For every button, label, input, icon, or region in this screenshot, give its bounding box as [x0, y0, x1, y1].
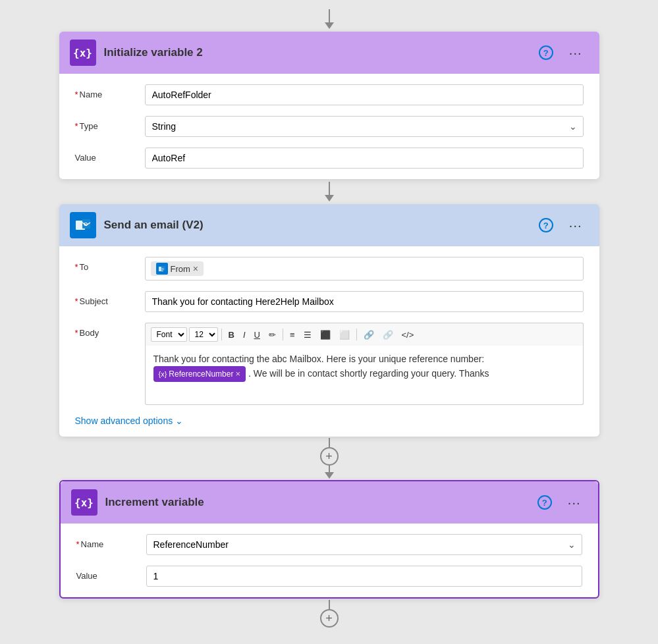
- to-control[interactable]: O From ×: [145, 257, 584, 281]
- init-var-value-row: Value: [75, 148, 584, 169]
- underline-button[interactable]: U: [251, 329, 263, 341]
- link-button[interactable]: 🔗: [360, 329, 377, 341]
- send-email-icon: O: [70, 212, 96, 238]
- arrow-head-2: [325, 195, 334, 201]
- init-var-more-icon: ···: [565, 44, 586, 62]
- font-size-select[interactable]: 12 8 10 14 16 18 24 36: [189, 327, 218, 342]
- plus-connector: +: [320, 438, 339, 479]
- italic-button[interactable]: I: [240, 329, 249, 341]
- rich-body[interactable]: Thank you for contacting the abc Mailbox…: [145, 346, 584, 405]
- plus-line-bottom: [329, 466, 330, 472]
- increment-var-body: *Name ReferenceNumber ⌄ Value: [61, 523, 598, 597]
- add-step-button[interactable]: +: [320, 447, 339, 466]
- numbered-list-button[interactable]: ☰: [300, 329, 315, 341]
- send-email-question-icon: ?: [539, 218, 553, 232]
- unlink-button[interactable]: 🔗: [379, 329, 397, 341]
- send-email-help-button[interactable]: ?: [536, 215, 556, 235]
- increment-name-select[interactable]: ReferenceNumber: [146, 534, 582, 555]
- init-var-value-label: Value: [75, 148, 134, 163]
- increment-value-input[interactable]: [146, 566, 582, 587]
- init-var-type-select[interactable]: String Boolean Integer Float Array Objec…: [145, 116, 584, 137]
- arrow-line: [329, 9, 330, 22]
- body-label: *Body: [75, 323, 134, 338]
- plus-line-top: [329, 438, 330, 447]
- toolbar-sep-1: [221, 329, 222, 340]
- to-label: *To: [75, 257, 134, 272]
- bottom-plus-line-top: [329, 600, 330, 609]
- toolbar-sep-2: [283, 329, 283, 340]
- subject-control: [145, 291, 584, 312]
- advanced-options-label: Show advanced options: [75, 416, 173, 426]
- canvas: {x} Initialize variable 2 ? ··· *Name: [0, 0, 658, 644]
- send-email-more-icon: ···: [565, 217, 586, 234]
- init-var-more-button[interactable]: ···: [562, 41, 589, 65]
- token-close-button[interactable]: ×: [235, 367, 240, 381]
- init-var-actions: ? ···: [536, 41, 589, 65]
- increment-name-control: ReferenceNumber ⌄: [146, 534, 582, 555]
- init-var-type-row: *Type String Boolean Integer Float Array…: [75, 116, 584, 137]
- init-var-name-control: [145, 84, 584, 105]
- init-var-name-input[interactable]: [145, 84, 584, 105]
- increment-var-actions: ? ···: [535, 491, 588, 514]
- increment-value-label: Value: [76, 566, 136, 581]
- align-left-button[interactable]: ⬛: [317, 329, 334, 341]
- increment-var-value-row: Value: [76, 566, 582, 587]
- init-var-value-control: [145, 148, 584, 169]
- bottom-plus-connector: +: [320, 600, 339, 628]
- body-text-before: Thank you for contacting the abc Mailbox…: [153, 354, 485, 364]
- body-text-after: . We will be in contact shortly regardin…: [248, 368, 489, 379]
- name-required-star: *: [75, 90, 78, 99]
- increment-var-help-button[interactable]: ?: [535, 493, 555, 512]
- arrow-head-3: [325, 472, 334, 479]
- increment-var-icon: {x}: [71, 489, 97, 516]
- send-email-header: O Send an email (V2) ? ···: [59, 204, 599, 246]
- init-var-name-label: *Name: [75, 84, 134, 99]
- arrow-head: [325, 22, 334, 29]
- code-button[interactable]: </>: [398, 329, 418, 341]
- token-braces: {x}: [159, 369, 167, 380]
- send-email-actions: ? ···: [536, 214, 589, 237]
- send-email-more-button[interactable]: ···: [562, 214, 589, 237]
- highlight-button[interactable]: ✏: [265, 329, 279, 341]
- middle-arrow-connector: [325, 182, 334, 201]
- init-var-title: Initialize variable 2: [104, 46, 536, 59]
- advanced-options-section: Show advanced options ⌄: [75, 416, 584, 426]
- arrow-line-2: [329, 182, 330, 195]
- increment-name-required-star: *: [76, 539, 80, 549]
- init-var-question-icon: ?: [539, 45, 553, 60]
- from-chip-close[interactable]: ×: [193, 264, 198, 273]
- send-email-body-row: *Body Font 12 8 10 14 16 18: [75, 323, 584, 405]
- outlook-icon: O: [74, 217, 92, 234]
- to-field[interactable]: O From ×: [145, 257, 584, 281]
- init-var-name-row: *Name: [75, 84, 584, 105]
- bottom-add-step-button[interactable]: +: [320, 609, 339, 628]
- increment-var-more-icon: ···: [564, 494, 585, 512]
- show-advanced-options-link[interactable]: Show advanced options ⌄: [75, 416, 584, 426]
- font-select[interactable]: Font: [151, 327, 187, 342]
- init-var-type-control: String Boolean Integer Float Array Objec…: [145, 116, 584, 137]
- align-right-button[interactable]: ⬜: [336, 329, 353, 341]
- init-var-value-input[interactable]: [145, 148, 584, 169]
- body-required-star: *: [75, 328, 78, 338]
- bold-button[interactable]: B: [225, 329, 238, 341]
- increment-var-name-row: *Name ReferenceNumber ⌄: [76, 534, 582, 555]
- increment-name-label: *Name: [76, 534, 136, 549]
- top-arrow-connector: [325, 9, 334, 29]
- increment-var-braces-icon: {x}: [74, 496, 94, 509]
- subject-required-star: *: [75, 296, 78, 306]
- bullet-list-button[interactable]: ≡: [287, 329, 298, 341]
- increment-value-control: [146, 566, 582, 587]
- send-email-to-row: *To O From: [75, 257, 584, 281]
- increment-var-question-icon: ?: [537, 495, 552, 510]
- init-var-type-label: *Type: [75, 116, 134, 131]
- from-chip: O From ×: [151, 261, 204, 276]
- init-var-header: {x} Initialize variable 2 ? ···: [59, 32, 599, 74]
- increment-var-more-button[interactable]: ···: [561, 491, 588, 514]
- bottom-plus-icon: +: [325, 612, 333, 626]
- increment-var-header: {x} Increment variable ? ···: [61, 481, 598, 523]
- send-email-subject-row: *Subject: [75, 291, 584, 312]
- increment-var-card: {x} Increment variable ? ··· *Name: [59, 480, 599, 599]
- token-label: ReferenceNumber: [169, 368, 233, 380]
- subject-input[interactable]: [145, 291, 584, 312]
- init-var-help-button[interactable]: ?: [536, 43, 556, 63]
